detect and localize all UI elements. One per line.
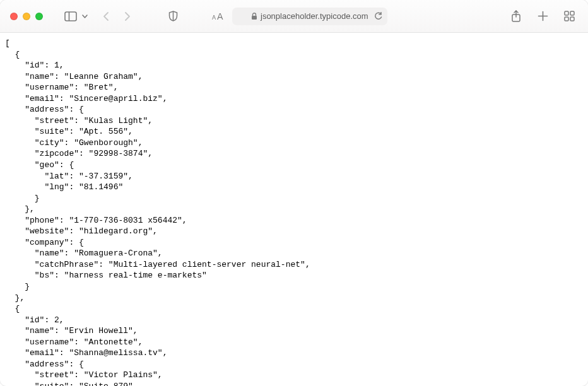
- address-text: jsonplaceholder.typicode.com: [261, 11, 368, 21]
- svg-text:A: A: [212, 15, 216, 21]
- maximize-window-button[interactable]: [35, 13, 43, 20]
- tab-overview-button[interactable]: [560, 8, 578, 25]
- close-window-button[interactable]: [10, 13, 18, 20]
- back-button[interactable]: [97, 8, 115, 25]
- minimize-window-button[interactable]: [23, 13, 30, 20]
- share-button[interactable]: [507, 8, 525, 25]
- nav-arrows: [97, 8, 136, 25]
- sidebar-dropdown-chevron-icon[interactable]: [79, 8, 90, 25]
- forward-button[interactable]: [119, 8, 136, 25]
- json-response-body[interactable]: [ { "id": 1, "name": "Leanne Graham", "u…: [0, 33, 588, 386]
- sidebar-toggle-button[interactable]: [62, 8, 79, 25]
- svg-rect-10: [565, 11, 568, 15]
- text-size-button[interactable]: A A: [209, 8, 227, 25]
- address-bar[interactable]: jsonplaceholder.typicode.com: [232, 8, 387, 25]
- svg-rect-12: [565, 17, 568, 21]
- privacy-shield-button[interactable]: [164, 8, 182, 25]
- svg-rect-0: [65, 12, 76, 21]
- titlebar: A A jsonplaceholder.typicode.com: [0, 0, 588, 33]
- reload-button[interactable]: [374, 12, 382, 21]
- lock-icon: [251, 13, 257, 20]
- svg-text:A: A: [217, 12, 223, 21]
- new-tab-button[interactable]: [534, 8, 551, 25]
- svg-rect-11: [570, 11, 574, 15]
- right-toolbar: [507, 8, 578, 25]
- sidebar-toggle-group: [62, 8, 90, 25]
- svg-rect-13: [570, 17, 574, 21]
- window-controls: [10, 13, 43, 20]
- svg-rect-5: [252, 16, 257, 20]
